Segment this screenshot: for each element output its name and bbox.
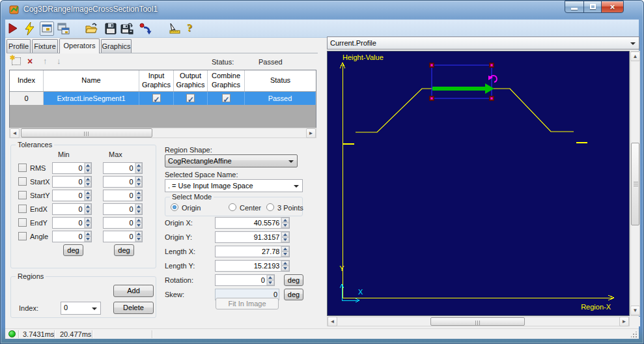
endy-min-spinner[interactable] [52,217,92,229]
profile-plot[interactable] [327,51,630,316]
close-button[interactable]: × [601,1,624,13]
spin-down-icon[interactable] [85,209,91,214]
table-scroll-left-button[interactable]: ◄ [10,128,20,138]
length_y-input[interactable] [216,261,281,271]
row-index-cell[interactable]: 0 [10,92,44,105]
max-deg-button[interactable]: deg [114,244,134,256]
show-image-pane-button[interactable] [40,22,54,36]
add-region-button[interactable]: Add [113,285,154,297]
col-header-output-graphics[interactable]: Output Graphics [174,70,208,91]
spin-up-icon[interactable] [135,204,142,209]
maximize-button[interactable] [583,1,602,13]
spin-up-icon[interactable] [281,232,289,237]
trigger-button[interactable] [23,22,36,35]
table-scroll-right-button[interactable]: ► [306,128,316,138]
spin-up-icon[interactable] [85,218,91,223]
startx-max-input[interactable] [104,177,135,187]
col-header-combine-graphics[interactable]: Combine Graphics [208,70,245,91]
col-header-status[interactable]: Status [245,70,316,91]
spin-up-icon[interactable] [85,204,91,209]
spin-down-icon[interactable] [85,195,91,201]
endx-checkbox[interactable] [18,205,27,213]
minimize-button[interactable] [565,1,584,13]
rotation-spinner[interactable] [215,274,275,286]
length_y-spinner[interactable] [215,260,290,272]
row-combine-graphics-cell[interactable] [208,92,245,105]
angle-min-spinner[interactable] [52,231,92,242]
spin-down-icon[interactable] [135,182,142,187]
length_x-input[interactable] [216,246,281,257]
add-operator-button[interactable]: ✱ [12,57,21,65]
angle-min-input[interactable] [53,231,84,242]
spin-down-icon[interactable] [135,223,142,228]
origin_x-input[interactable] [216,218,281,228]
spin-up-icon[interactable] [85,177,91,182]
display-scroll-up-button[interactable]: ▲ [630,51,640,61]
region-shape-dropdown[interactable]: CogRectangleAffine [165,154,298,167]
spin-down-icon[interactable] [85,236,91,242]
col-header-input-graphics[interactable]: Input Graphics [139,70,174,91]
display-hscrollbar[interactable]: ◄ ► [327,317,630,326]
spin-down-icon[interactable] [85,182,91,187]
combine-graphics-checkbox[interactable] [222,94,231,102]
endx-max-input[interactable] [104,204,135,214]
skew-deg-button[interactable]: deg [284,289,303,300]
rms-checkbox[interactable] [18,164,27,172]
origin_x-spinner[interactable] [215,217,290,229]
display-hscroll-thumb[interactable] [430,317,525,326]
spin-down-icon[interactable] [267,280,274,285]
open-file-button[interactable] [85,22,98,35]
spin-down-icon[interactable] [135,195,142,201]
tab-operators[interactable]: Operators [59,38,100,53]
run-button[interactable] [7,22,20,35]
move-up-button[interactable]: ↑ [43,56,48,66]
output-graphics-checkbox[interactable] [186,94,195,102]
spin-down-icon[interactable] [281,237,289,242]
rotation-input[interactable] [216,275,266,285]
profile-display[interactable]: Height-Value Region-X Y X ▲ ▼ ◄ ► [327,51,640,326]
move-down-button[interactable]: ↓ [57,56,61,66]
startx-max-spinner[interactable] [103,176,143,188]
save-button[interactable] [104,22,117,35]
endy-min-input[interactable] [53,218,84,228]
input-graphics-checkbox[interactable] [152,94,161,102]
spin-down-icon[interactable] [281,266,289,271]
min-deg-button[interactable]: deg [63,244,83,256]
spin-up-icon[interactable] [85,163,91,168]
startx-min-input[interactable] [53,177,84,187]
starty-checkbox[interactable] [18,191,27,199]
table-hscrollbar[interactable]: ◄ ► [9,128,316,138]
tab-fixture[interactable]: Fixture [32,39,58,53]
spin-down-icon[interactable] [281,251,289,257]
spin-up-icon[interactable] [135,218,142,223]
col-header-index[interactable]: Index [10,70,44,91]
spin-down-icon[interactable] [135,236,142,242]
help-button[interactable]: ? [187,22,196,35]
spin-up-icon[interactable] [281,246,289,251]
display-vscroll-thumb[interactable] [631,143,639,225]
endy-checkbox[interactable] [18,218,27,227]
display-selector-dropdown[interactable]: Current.Profile [327,36,639,50]
endx-max-spinner[interactable] [103,203,143,215]
angle-max-input[interactable] [104,231,135,242]
starty-min-spinner[interactable] [52,190,92,201]
starty-max-spinner[interactable] [103,190,143,201]
space-name-dropdown[interactable]: . = Use Input Image Space [165,179,303,192]
origin_y-spinner[interactable] [215,231,290,243]
table-hscroll-thumb[interactable] [21,128,152,137]
angle-checkbox[interactable] [18,232,27,240]
spin-down-icon[interactable] [135,209,142,214]
rms-min-input[interactable] [53,163,84,173]
three-points-radio[interactable] [266,203,274,211]
spin-up-icon[interactable] [267,275,274,280]
row-output-graphics-cell[interactable] [174,92,208,105]
startx-checkbox[interactable] [18,177,27,186]
display-scroll-left-button[interactable]: ◄ [328,317,337,326]
spin-up-icon[interactable] [135,163,142,168]
col-header-name[interactable]: Name [44,70,139,91]
delete-region-button[interactable]: Delete [113,302,154,314]
startx-min-spinner[interactable] [52,176,92,188]
rotation-deg-button[interactable]: deg [284,274,303,286]
region-index-dropdown[interactable]: 0 [61,302,101,315]
rms-min-spinner[interactable] [52,162,92,174]
